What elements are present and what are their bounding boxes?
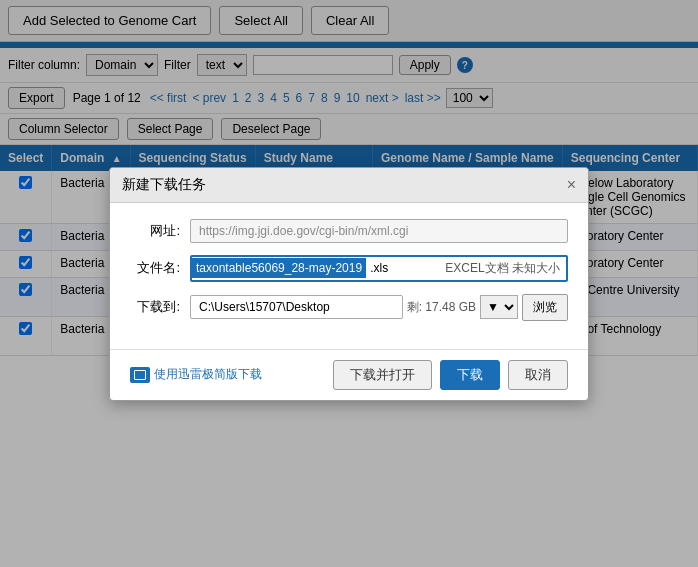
dest-dropdown[interactable]: ▼ — [480, 295, 518, 319]
download-open-button[interactable]: 下载并打开 — [333, 360, 432, 390]
idm-link-label: 使用迅雷极简版下载 — [154, 366, 262, 383]
cancel-button[interactable]: 取消 — [508, 360, 568, 390]
idm-icon-inner — [134, 370, 146, 380]
dialog-filename-row: 文件名: taxontable56069_28-may-2019 .xls EX… — [130, 255, 568, 282]
idm-download-link[interactable]: 使用迅雷极简版下载 — [130, 366, 325, 383]
dialog-url-row: 网址: — [130, 219, 568, 243]
dialog-body: 网址: 文件名: taxontable56069_28-may-2019 .xl… — [110, 203, 588, 349]
dialog-filename-label: 文件名: — [130, 259, 180, 277]
dialog-title: 新建下载任务 — [122, 176, 206, 194]
dest-size: 剩: 17.48 GB — [407, 299, 476, 316]
dialog-close-button[interactable]: × — [567, 177, 576, 193]
filename-ext: .xls — [366, 258, 392, 278]
filename-info: EXCEL文档 未知大小 — [439, 257, 566, 280]
dialog-dest-label: 下载到: — [130, 298, 180, 316]
dialog-header: 新建下载任务 × — [110, 168, 588, 203]
filename-wrapper: taxontable56069_28-may-2019 .xls EXCEL文档… — [190, 255, 568, 282]
download-button[interactable]: 下载 — [440, 360, 500, 390]
download-dialog: 新建下载任务 × 网址: 文件名: taxontable56069_28-may… — [109, 167, 589, 401]
dialog-url-label: 网址: — [130, 222, 180, 240]
dialog-footer: 使用迅雷极简版下载 下载并打开 下载 取消 — [110, 349, 588, 400]
browse-button[interactable]: 浏览 — [522, 294, 568, 321]
dialog-overlay: 新建下载任务 × 网址: 文件名: taxontable56069_28-may… — [0, 0, 698, 567]
dialog-url-input[interactable] — [190, 219, 568, 243]
dialog-dest-row: 下载到: 剩: 17.48 GB ▼ 浏览 — [130, 294, 568, 321]
filename-selected: taxontable56069_28-may-2019 — [192, 258, 366, 278]
dialog-dest-input[interactable] — [190, 295, 403, 319]
dest-wrapper: 剩: 17.48 GB ▼ 浏览 — [190, 294, 568, 321]
idm-icon — [130, 367, 150, 383]
